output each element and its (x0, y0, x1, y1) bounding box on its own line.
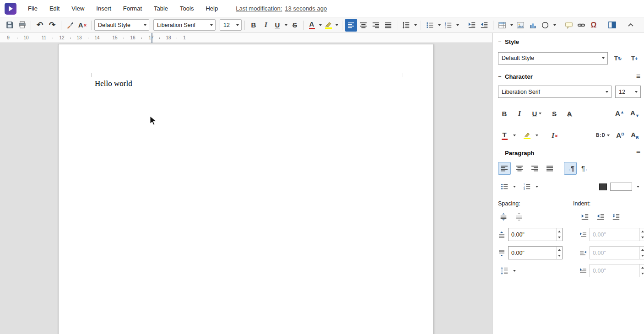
character-section-header[interactable]: − Character ≡ (498, 73, 641, 80)
spin-down-button[interactable] (640, 253, 644, 259)
right-to-left-button[interactable]: ¶← (579, 162, 592, 175)
insert-image-button[interactable] (514, 19, 526, 32)
save-button[interactable] (4, 19, 16, 32)
sidebar-align-right-button[interactable] (528, 162, 541, 175)
document-canvas[interactable]: Hello world (0, 43, 492, 334)
sidebar-justify-button[interactable] (543, 162, 556, 175)
font-size-combobox[interactable]: 12 (220, 19, 242, 31)
sidebar-line-spacing-button[interactable] (498, 264, 511, 277)
spin-down-button[interactable] (640, 235, 644, 241)
left-to-right-button[interactable]: →¶ (564, 162, 577, 175)
document-text[interactable]: Hello world (95, 79, 132, 88)
align-left-button[interactable] (345, 19, 357, 32)
collapse-icon[interactable]: − (498, 73, 505, 80)
decrease-font-size-button[interactable]: A▼ (628, 107, 641, 120)
sidebar-ordered-list-button[interactable]: 123 (520, 180, 533, 193)
sidebar-unordered-list-button[interactable] (498, 180, 511, 193)
menu-table[interactable]: Table (148, 3, 174, 14)
dropdown-arrow-icon[interactable] (539, 113, 541, 114)
document-page[interactable]: Hello world (58, 44, 433, 334)
sidebar-font-color-button[interactable]: T (498, 129, 511, 142)
spin-down-button[interactable] (557, 253, 562, 259)
last-modification-status[interactable]: Last modification: 13 seconds ago (236, 5, 327, 12)
spin-up-button[interactable] (557, 228, 562, 235)
special-character-button[interactable]: Ω (588, 19, 600, 32)
sidebar-font-name-combobox[interactable]: Liberation Serif (498, 86, 612, 98)
background-color-dropdown-arrow[interactable] (637, 186, 639, 188)
combobox-arrow-icon[interactable] (141, 20, 149, 30)
underline-button[interactable]: U (272, 19, 282, 32)
above-paragraph-spacing-input[interactable] (509, 232, 556, 238)
menu-help[interactable]: Help (200, 3, 224, 14)
sidebar-decrease-indent-button[interactable] (595, 211, 606, 222)
font-color-dropdown[interactable] (317, 19, 323, 32)
combobox-arrow-icon[interactable] (631, 91, 640, 93)
font-color-dropdown-arrow[interactable] (513, 135, 516, 136)
first-line-indent-input[interactable] (590, 268, 639, 274)
insert-table-dropdown[interactable] (509, 19, 514, 32)
character-spacing-button[interactable]: B:D (594, 129, 612, 142)
sidebar-increase-indent-button[interactable] (579, 211, 590, 222)
sidebar-align-left-button[interactable] (498, 162, 511, 175)
strikethrough-button[interactable]: S (289, 19, 301, 32)
menu-edit[interactable]: Edit (43, 3, 65, 14)
increase-indent-button[interactable] (466, 19, 478, 32)
spin-up-button[interactable] (557, 247, 562, 253)
menu-insert[interactable]: Insert (90, 3, 117, 14)
redo-button[interactable]: ↷ (46, 19, 58, 32)
font-color-button[interactable]: A (307, 19, 317, 32)
unordered-list-dropdown[interactable] (436, 19, 442, 32)
sidebar-strikethrough-button[interactable]: S (548, 107, 561, 120)
sidebar-highlight-button[interactable] (520, 129, 533, 142)
decrease-indent-button[interactable] (478, 19, 490, 32)
increase-paragraph-spacing-button[interactable] (498, 211, 509, 222)
paragraph-section-header[interactable]: − Paragraph ≡ (498, 149, 641, 156)
menu-view[interactable]: View (65, 3, 90, 14)
basic-shapes-dropdown[interactable] (552, 19, 557, 32)
ordered-list-dropdown[interactable] (455, 19, 460, 32)
menu-format[interactable]: Format (117, 3, 148, 14)
collapse-icon[interactable]: − (498, 150, 505, 156)
insert-hyperlink-button[interactable] (575, 19, 587, 32)
decrease-paragraph-spacing-button[interactable] (514, 211, 525, 222)
new-style-button[interactable]: T+ (628, 52, 641, 65)
insert-table-button[interactable] (496, 19, 508, 32)
below-paragraph-spacing-spinbox[interactable] (508, 246, 563, 259)
insert-comment-button[interactable] (563, 19, 575, 32)
below-paragraph-spacing-input[interactable] (509, 250, 556, 256)
sidebar-underline-button[interactable]: U (528, 107, 546, 120)
undo-button[interactable]: ↶ (34, 19, 46, 32)
align-center-button[interactable] (357, 19, 369, 32)
after-text-indent-input[interactable] (590, 250, 639, 256)
style-combobox[interactable]: Default Style (498, 52, 608, 65)
combobox-arrow-icon[interactable] (602, 91, 611, 93)
unordered-list-dropdown-arrow[interactable] (513, 186, 516, 188)
sidebar-shadow-button[interactable]: A (563, 107, 576, 120)
sidebar-italic-button[interactable]: I (513, 107, 526, 120)
superscript-button[interactable]: AB (614, 129, 627, 142)
sidebar-bold-button[interactable]: B (498, 107, 511, 120)
character-more-options-icon[interactable]: ≡ (636, 73, 641, 80)
collapse-icon[interactable]: − (498, 38, 505, 45)
sidebar-align-center-button[interactable] (513, 162, 526, 175)
increase-font-size-button[interactable]: A▲ (613, 107, 626, 120)
menu-tools[interactable]: Tools (174, 3, 200, 14)
highlight-dropdown-arrow[interactable] (536, 135, 538, 136)
align-right-button[interactable] (370, 19, 382, 32)
spin-up-button[interactable] (640, 247, 644, 253)
ordered-list-button[interactable]: 123 (442, 19, 454, 32)
first-line-indent-spinbox[interactable] (590, 264, 644, 277)
spin-down-button[interactable] (557, 235, 562, 241)
sidebar-font-size-combobox[interactable]: 12 (615, 86, 641, 98)
before-text-indent-spinbox[interactable] (590, 228, 644, 241)
unordered-list-button[interactable] (424, 19, 436, 32)
collapse-toolbar-button[interactable] (625, 19, 637, 32)
menu-file[interactable]: File (22, 3, 43, 14)
switch-indent-button[interactable] (611, 211, 622, 222)
line-spacing-dropdown[interactable] (412, 19, 418, 32)
sidebar-clear-formatting-button[interactable]: I× (548, 129, 561, 142)
paragraph-background-color-button[interactable] (597, 181, 608, 192)
clear-formatting-button[interactable]: A× (76, 19, 88, 32)
justify-button[interactable] (382, 19, 394, 32)
after-text-indent-spinbox[interactable] (590, 246, 644, 259)
